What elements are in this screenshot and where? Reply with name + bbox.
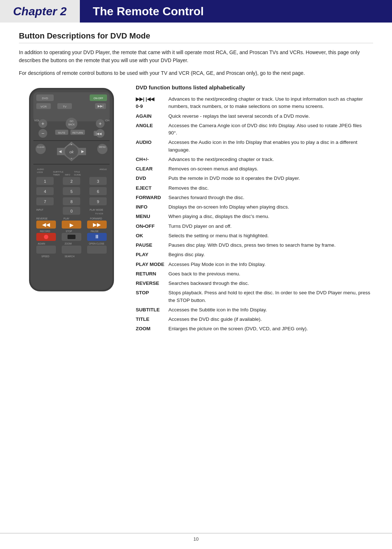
svg-text:9: 9 bbox=[97, 199, 99, 204]
button-key: ZOOM bbox=[136, 324, 168, 334]
main-content: Button Descriptions for DVD Mode In addi… bbox=[0, 31, 392, 348]
chapter-label: Chapter 2 bbox=[0, 0, 80, 23]
svg-text:1: 1 bbox=[44, 179, 46, 183]
svg-text:▶: ▶ bbox=[81, 149, 84, 153]
table-row: SUBTITLEAccesses the Subtitle icon in th… bbox=[136, 305, 373, 315]
button-key: ANGLE bbox=[136, 121, 168, 138]
table-row: PAUSEPauses disc play. With DVD discs, p… bbox=[136, 241, 373, 250]
svg-point-33 bbox=[36, 144, 46, 154]
description-column: DVD function buttons listed alphabetical… bbox=[136, 84, 373, 334]
button-description-table: ▶▶| |◀◀0-9Advances to the next/preceding… bbox=[136, 96, 373, 334]
button-key: AUDIO bbox=[136, 138, 168, 155]
svg-text:SPEED: SPEED bbox=[41, 255, 49, 258]
table-row: MENUWhen playing a disc, displays the di… bbox=[136, 212, 373, 221]
chapter-header: Chapter 2 The Remote Control bbox=[0, 0, 392, 23]
button-key: PLAY MODE bbox=[136, 260, 168, 269]
svg-text:PAUSE: PAUSE bbox=[91, 230, 99, 233]
button-key: FORWARD bbox=[136, 193, 168, 202]
table-row: RETURNGoes back to the previous menu. bbox=[136, 269, 373, 279]
svg-text:PLAY MODE: PLAY MODE bbox=[90, 209, 103, 211]
button-description: Advances to the next/preceding chapter o… bbox=[168, 96, 373, 112]
svg-rect-95 bbox=[68, 235, 75, 239]
button-key: RETURN bbox=[136, 269, 168, 279]
svg-text:AGAIN: AGAIN bbox=[38, 242, 45, 245]
table-row: ANGLEAccesses the Camera Angle icon of D… bbox=[136, 121, 373, 138]
button-description: When playing a disc, displays the disc's… bbox=[168, 212, 373, 221]
button-key: TITLE bbox=[136, 315, 168, 324]
intro-paragraph-1: In addition to operating your DVD Player… bbox=[19, 48, 373, 65]
button-description: Removes on-screen menus and displays. bbox=[168, 164, 373, 174]
svg-text:+: + bbox=[99, 121, 102, 126]
button-key: OK bbox=[136, 231, 168, 241]
svg-text:VCR: VCR bbox=[41, 105, 47, 108]
table-row: ▶▶| |◀◀0-9Advances to the next/preceding… bbox=[136, 96, 373, 112]
button-description: Turns DVD player on and off. bbox=[168, 222, 373, 231]
button-description: Searches backward through the disc. bbox=[168, 279, 373, 288]
button-key: ▶▶| |◀◀0-9 bbox=[136, 96, 168, 112]
svg-text:CLEAR: CLEAR bbox=[37, 146, 45, 148]
table-row: EJECTRemoves the disc. bbox=[136, 183, 373, 193]
chapter-title: The Remote Control bbox=[80, 0, 392, 23]
remote-image-column: DVD ON·OFF VCR TV ▶▶| VOL + − bbox=[19, 84, 124, 334]
svg-text:AUDIO: AUDIO bbox=[37, 168, 44, 170]
svg-text:▶: ▶ bbox=[70, 222, 74, 228]
button-key: DVD bbox=[136, 174, 168, 183]
svg-text:PLAY: PLAY bbox=[64, 217, 70, 220]
button-description: Enlarges the picture on the screen (DVD,… bbox=[168, 324, 373, 334]
svg-text:TV: TV bbox=[63, 105, 67, 108]
page-number: 10 bbox=[193, 536, 199, 542]
svg-text:INFO: INFO bbox=[65, 174, 70, 176]
button-key: REVERSE bbox=[136, 279, 168, 288]
section-title: Button Descriptions for DVD Mode bbox=[19, 31, 373, 43]
svg-text:TIMER: TIMER bbox=[53, 174, 60, 176]
button-description: Selects the setting or menu that is high… bbox=[168, 231, 373, 241]
button-description: Searches forward through the disc. bbox=[168, 193, 373, 202]
svg-text:SEARCH: SEARCH bbox=[65, 255, 74, 258]
button-key: STOP bbox=[136, 288, 168, 305]
button-description: Accesses Play Mode icon in the Info Disp… bbox=[168, 260, 373, 269]
svg-text:TV·VCR: TV·VCR bbox=[95, 213, 103, 215]
svg-text:STOP: STOP bbox=[66, 230, 72, 233]
svg-text:ANGLE: ANGLE bbox=[99, 168, 107, 170]
button-description: Removes the disc. bbox=[168, 183, 373, 193]
table-row: CH+/-Advances to the next/preceding chap… bbox=[136, 155, 373, 164]
svg-rect-101 bbox=[36, 246, 56, 254]
button-description: Displays the on-screen Info Display when… bbox=[168, 202, 373, 212]
table-row: DVDPuts the remote in DVD mode so it ope… bbox=[136, 174, 373, 183]
svg-text:−: − bbox=[41, 130, 44, 136]
table-row: FORWARDSearches forward through the disc… bbox=[136, 193, 373, 202]
svg-text:SUBTITLE: SUBTITLE bbox=[53, 171, 64, 173]
svg-text:8: 8 bbox=[70, 199, 73, 204]
svg-text:4: 4 bbox=[44, 189, 46, 194]
table-row: ON•OFFTurns DVD player on and off. bbox=[136, 222, 373, 231]
button-key: SUBTITLE bbox=[136, 305, 168, 315]
button-description: Stops playback. Press and hold to eject … bbox=[168, 288, 373, 305]
button-description: Puts the remote in DVD mode so it operat… bbox=[168, 174, 373, 183]
svg-text:2: 2 bbox=[70, 179, 73, 183]
table-row: PLAY MODEAccesses Play Mode icon in the … bbox=[136, 260, 373, 269]
svg-text:◀◀: ◀◀ bbox=[42, 222, 50, 227]
table-row: ZOOMEnlarges the picture on the screen (… bbox=[136, 324, 373, 334]
button-description: Accesses the Subtitle icon in the Info D… bbox=[168, 305, 373, 315]
svg-text:▶▶: ▶▶ bbox=[93, 222, 101, 227]
button-description: Advances to the next/preceding chapter o… bbox=[168, 155, 373, 164]
svg-rect-103 bbox=[87, 246, 107, 254]
svg-text:RETURN: RETURN bbox=[72, 132, 83, 134]
svg-text:DVD: DVD bbox=[42, 97, 48, 100]
table-row: TITLEAccesses the DVD disc guide (if ava… bbox=[136, 315, 373, 324]
intro-paragraph-2: For descriptions of remote control butto… bbox=[19, 69, 373, 77]
table-row: CLEARRemoves on-screen menus and display… bbox=[136, 164, 373, 174]
button-key: AGAIN bbox=[136, 112, 168, 121]
button-description: Pauses disc play. With DVD discs, press … bbox=[168, 241, 373, 250]
table-row: STOPStops playback. Press and hold to ej… bbox=[136, 288, 373, 305]
svg-text:LOCK: LOCK bbox=[37, 171, 43, 173]
svg-text:0: 0 bbox=[70, 209, 73, 213]
svg-text:MENU: MENU bbox=[99, 146, 106, 148]
remote-control-svg: DVD ON·OFF VCR TV ▶▶| VOL + − bbox=[23, 84, 121, 295]
svg-text:6: 6 bbox=[97, 189, 99, 194]
table-row: PLAYBegins disc play. bbox=[136, 250, 373, 259]
button-description: Accesses the Audio icon in the Info Disp… bbox=[168, 138, 373, 155]
table-row: REVERSESearches backward through the dis… bbox=[136, 279, 373, 288]
button-key: EJECT bbox=[136, 183, 168, 193]
svg-text:GUIDE: GUIDE bbox=[74, 174, 81, 176]
